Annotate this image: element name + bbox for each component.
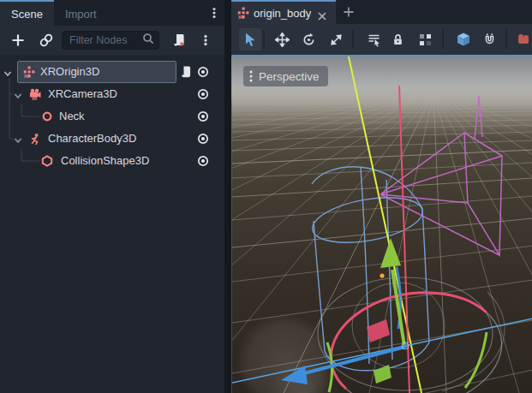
instance-scene-link-button[interactable] (36, 30, 57, 51)
tree-row[interactable]: XR XROrigin3D (0, 61, 224, 83)
node-label: CharacterBody3D (48, 132, 136, 145)
perspective-button[interactable]: Perspective (243, 66, 328, 86)
collision-shape-3d-icon (41, 155, 53, 167)
viewport-canvas (232, 57, 532, 393)
toolbar-separator (352, 30, 354, 49)
move-tool-button[interactable] (271, 28, 293, 51)
viewport-toolbar (231, 24, 532, 55)
godot-editor: Scene Import (0, 0, 532, 393)
node-label: XRCamera3D (48, 87, 117, 100)
node-label: XROrigin3D (40, 65, 99, 78)
local-space-button[interactable] (452, 28, 475, 51)
scene-toolbar (0, 26, 224, 55)
tab-import[interactable]: Import (54, 0, 108, 26)
visibility-toggle[interactable] (196, 87, 210, 101)
plane-handle-red[interactable] (367, 319, 390, 342)
tree-row[interactable]: CharacterBody3D (0, 128, 224, 150)
search-icon (142, 33, 154, 48)
ring-icon (41, 110, 53, 122)
attach-script-button[interactable] (169, 30, 189, 51)
scale-tool-button[interactable] (325, 28, 347, 51)
select-tool-button[interactable] (239, 28, 261, 51)
svg-text:XR: XR (32, 97, 38, 100)
script-icon[interactable] (179, 65, 193, 79)
visibility-toggle[interactable] (196, 132, 210, 146)
perspective-menu-dots-icon (248, 69, 254, 83)
horizon-haze (232, 87, 532, 139)
scene-dock: Scene Import (0, 0, 224, 393)
xr-origin-3d-icon: XR (23, 66, 35, 78)
shape-radius-handle[interactable] (380, 273, 384, 277)
scene-tree: XR XROrigin3D (0, 55, 224, 393)
toolbar-separator (505, 30, 507, 49)
node-label: Neck (59, 110, 85, 122)
toolbar-separator (263, 30, 265, 49)
svg-text:XR: XR (238, 15, 244, 19)
viewport-3d[interactable]: Perspective (231, 55, 532, 393)
filter-nodes-input[interactable] (63, 34, 142, 46)
visibility-toggle[interactable] (196, 110, 210, 123)
filter-nodes-box (62, 31, 159, 50)
toolbar-separator (442, 30, 444, 49)
tree-row[interactable]: Neck (0, 105, 224, 128)
gizmo-center-dot[interactable] (403, 344, 408, 348)
scene-tabbar: XR origin_body (231, 0, 532, 24)
list-select-button[interactable] (362, 28, 385, 51)
chevron-down-icon[interactable] (13, 134, 23, 144)
character-body-3d-icon (29, 133, 41, 145)
xr-origin-3d-icon: XR (237, 7, 249, 19)
node-label: CollisionShape3D (61, 154, 149, 167)
viewport-panel: XR origin_body (231, 0, 532, 393)
scene-tab-label: origin_body (254, 7, 311, 20)
tab-scene[interactable]: Scene (0, 0, 54, 26)
add-node-button[interactable] (8, 30, 28, 51)
svg-text:XR: XR (24, 74, 30, 78)
chevron-down-icon[interactable] (3, 67, 13, 77)
chevron-down-icon[interactable] (13, 89, 23, 99)
new-scene-tab-button[interactable] (343, 6, 355, 18)
visibility-toggle[interactable] (196, 154, 210, 168)
perspective-label: Perspective (259, 70, 320, 83)
lock-button[interactable] (386, 28, 409, 51)
tree-row[interactable]: CollisionShape3D (0, 150, 224, 172)
plane-handle-green[interactable] (374, 365, 392, 384)
dock-tabbar: Scene Import (0, 0, 224, 26)
tree-row[interactable]: XR XRCamera3D (0, 83, 224, 105)
close-icon[interactable] (318, 9, 326, 17)
snap-button[interactable] (478, 28, 500, 51)
tab-origin-body[interactable]: XR origin_body (231, 0, 336, 24)
visibility-toggle[interactable] (196, 65, 210, 79)
dock-menu-icon[interactable] (207, 6, 221, 20)
group-button[interactable] (414, 28, 436, 51)
camera-preview-button[interactable] (511, 28, 532, 51)
xr-camera-3d-icon: XR (29, 88, 41, 100)
rotate-tool-button[interactable] (297, 28, 320, 51)
scene-tree-menu-icon[interactable] (195, 30, 216, 51)
